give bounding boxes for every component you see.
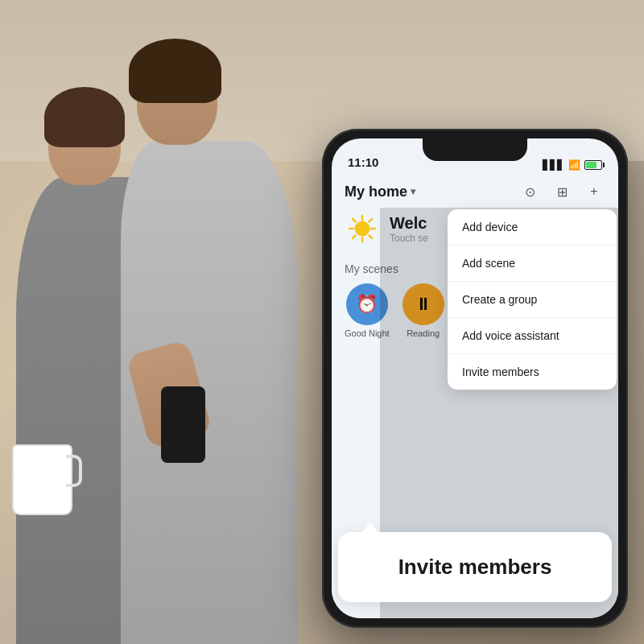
sun-icon <box>345 211 380 246</box>
battery-fill <box>586 162 597 168</box>
svg-line-7 <box>369 219 373 222</box>
tooltip-arrow <box>362 522 378 532</box>
mug-handle <box>66 455 82 487</box>
qr-button[interactable]: ⊞ <box>551 180 573 203</box>
add-button[interactable]: + <box>583 180 605 203</box>
battery-icon <box>584 160 602 170</box>
home-title-area[interactable]: My home ▾ <box>345 184 518 200</box>
svg-line-8 <box>353 236 356 239</box>
signal-icon: ▋▋▋ <box>543 159 564 171</box>
notch <box>423 138 527 161</box>
dropdown-add-voice-assistant[interactable]: Add voice assistant <box>448 318 617 354</box>
scan-button[interactable]: ⊙ <box>518 180 541 203</box>
mug <box>12 444 72 515</box>
dropdown-menu: Add device Add scene Create a group Add … <box>448 209 617 390</box>
app-header: My home ▾ ⊙ ⊞ + <box>332 174 618 211</box>
tooltip-callout: Invite members <box>338 522 612 602</box>
tooltip-heading: Invite members <box>357 555 592 580</box>
person-1-hair <box>44 87 125 147</box>
phone-screen: 11:10 ▋▋▋ 📶 My home ▾ <box>332 138 618 618</box>
svg-line-6 <box>369 236 373 239</box>
status-icons: ▋▋▋ 📶 <box>543 159 602 171</box>
tooltip-box: Invite members <box>338 532 612 602</box>
phone-body: 11:10 ▋▋▋ 📶 My home ▾ <box>322 129 628 628</box>
header-icons: ⊙ ⊞ + <box>518 180 605 203</box>
chevron-down-icon: ▾ <box>411 186 415 197</box>
dropdown-create-group[interactable]: Create a group <box>448 282 617 318</box>
phone-device: 11:10 ▋▋▋ 📶 My home ▾ <box>322 129 628 628</box>
svg-point-0 <box>355 221 369 236</box>
wifi-icon: 📶 <box>568 159 580 171</box>
person-2-hair <box>129 39 221 103</box>
dropdown-add-device[interactable]: Add device <box>448 209 617 246</box>
home-title-text: My home <box>345 184 407 200</box>
dropdown-add-scene[interactable]: Add scene <box>448 246 617 282</box>
app-content: My home ▾ ⊙ ⊞ + <box>332 174 618 618</box>
svg-line-5 <box>353 219 356 222</box>
small-phone-in-hand <box>161 386 205 463</box>
dropdown-invite-members[interactable]: Invite members <box>448 354 617 390</box>
